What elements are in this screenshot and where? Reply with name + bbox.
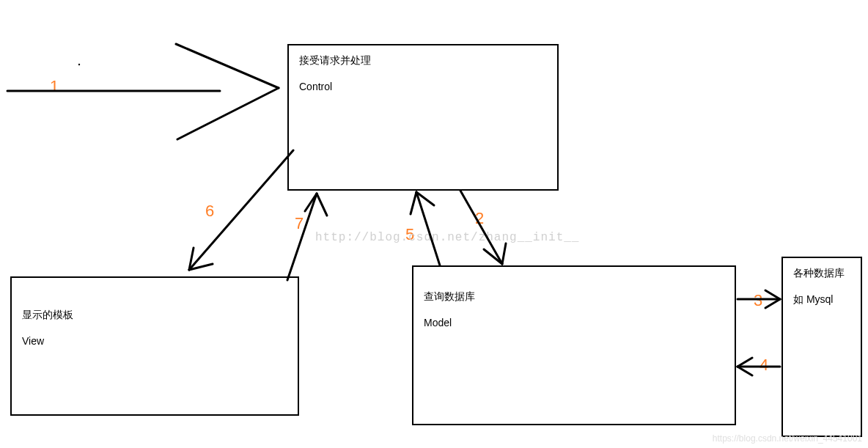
watermark-center: http://blog.csdn.net/zhang__init__ <box>315 231 579 244</box>
step-2-label: 2 <box>475 209 484 228</box>
arrow-7-head-a <box>305 194 317 211</box>
arrow-4-head-b <box>738 367 752 375</box>
model-box: 查询数据库 Model <box>412 265 736 425</box>
step-3-label: 3 <box>754 291 762 310</box>
step-4-label: 4 <box>760 356 768 375</box>
arrow-5-head-a <box>411 192 416 214</box>
view-box: 显示的模板 View <box>10 276 299 416</box>
stray-dot <box>78 64 80 65</box>
model-label: Model <box>424 317 724 328</box>
view-title: 显示的模板 <box>22 309 287 322</box>
arrow-4-head-a <box>738 358 752 367</box>
watermark-corner: https://blog.csdn.net/weixin_44541001 <box>713 433 862 444</box>
step-6-label: 6 <box>205 202 214 221</box>
arrow-3-head-a <box>765 290 780 299</box>
arrow-1-head-bottom <box>177 88 279 139</box>
step-1-label: 1 <box>50 77 59 96</box>
db-label: 如 Mysql <box>793 293 850 306</box>
arrow-7-head-b <box>317 194 327 216</box>
arrow-7-shaft <box>287 194 317 280</box>
model-title: 查询数据库 <box>424 290 724 304</box>
view-label: View <box>22 335 287 347</box>
db-title: 各种数据库 <box>793 267 850 280</box>
arrow-2-head-a <box>484 249 502 264</box>
step-7-label: 7 <box>295 214 304 233</box>
db-box: 各种数据库 如 Mysql <box>781 257 862 437</box>
arrow-5-shaft <box>416 192 440 265</box>
arrow-3-head-b <box>765 299 780 308</box>
arrow-2-head-b <box>502 243 506 264</box>
arrow-5-head-b <box>416 192 434 205</box>
arrow-6-head-b <box>189 264 213 270</box>
control-label: Control <box>299 81 547 92</box>
control-title: 接受请求并处理 <box>299 54 547 67</box>
arrow-1-head-top <box>176 44 279 88</box>
control-box: 接受请求并处理 Control <box>287 44 559 191</box>
arrow-6-head-a <box>189 248 194 270</box>
